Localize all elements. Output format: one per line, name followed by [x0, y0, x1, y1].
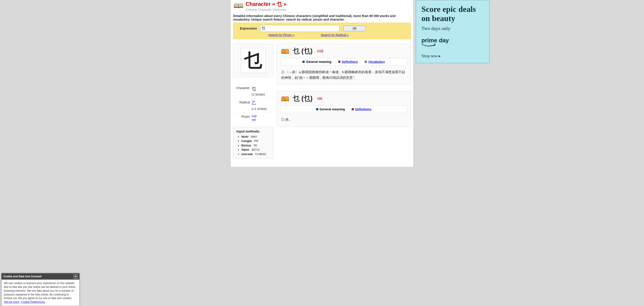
square-icon: [352, 108, 354, 110]
pinyin-link-2[interactable]: niè: [252, 118, 273, 122]
page-subtitle: Chinese Character Dictionary: [246, 8, 286, 12]
character-grid: 乜: [241, 48, 266, 73]
tab-general-2[interactable]: General meaning: [316, 107, 345, 111]
character-card: 乜: [233, 44, 273, 77]
search-label: Expression: [240, 27, 260, 30]
ad-brand: prime day: [422, 37, 484, 44]
tab-definitions-1[interactable]: Definitions: [338, 60, 358, 64]
input-method-item: Cangjie PN: [241, 139, 270, 143]
search-by-radical-link[interactable]: Search by Radical »: [321, 33, 349, 37]
ok-button[interactable]: Ok: [343, 26, 366, 31]
search-by-pinyin-link[interactable]: Search by Pinyin »: [268, 33, 294, 37]
book-icon: [280, 47, 290, 55]
info-label-character: Character: [233, 86, 252, 96]
right-column: 乜 (乜) miē General meaning Definitions Vo…: [276, 44, 411, 159]
square-icon: [302, 61, 305, 63]
search-input[interactable]: [260, 25, 339, 32]
entry-pinyin-1: miē: [317, 49, 324, 54]
entry-card-1: 乜 (乜) miē General meaning Definitions Vo…: [276, 44, 411, 84]
page-title: Character « 乜 »: [246, 1, 286, 8]
tab-bar-1: General meaning Definitions Vocabulary: [280, 58, 407, 66]
input-method-item: Wubi NNV: [241, 135, 270, 139]
entry-pinyin-2: niè: [317, 96, 322, 101]
book-icon: [280, 94, 290, 103]
ad-cta: Shop now ▸: [422, 54, 484, 59]
ad-sub: Two days only: [422, 26, 484, 31]
intro-text: Detailed information about every Chinese…: [233, 14, 411, 21]
square-icon: [316, 108, 318, 110]
search-box: Expression Ok Search by Pinyin » Search …: [233, 23, 411, 39]
entry-title-2: 乜 (乜): [293, 94, 312, 103]
pinyin-link-1[interactable]: miē: [252, 114, 273, 118]
input-methods-card: Input methods Wubi NNVCangjie PNBishun 5…: [233, 127, 273, 159]
swoosh-icon: [422, 44, 437, 47]
info-character-strokes: (2 stroke): [252, 93, 273, 96]
ad-sidebar[interactable]: Score epic deals on beauty Two days only…: [416, 0, 490, 63]
entry-card-2: 乜 (乜) niè General meaning Definitions ◎ …: [276, 91, 411, 127]
tab-vocabulary-1[interactable]: Vocabulary: [364, 60, 385, 64]
entry-title-1: 乜 (乜): [293, 47, 312, 56]
input-methods-title: Input methods: [236, 129, 270, 133]
input-method-item: Unicode U+4E5C: [241, 152, 270, 156]
big-character: 乜: [244, 52, 262, 69]
entry-body-1: ◎ 〔～斜〕a.眼睛因困倦而眯成一条缝。b.眼睛略眯而斜着看，多指不满意或看不起…: [280, 66, 407, 81]
info-label-radical: Radical: [233, 100, 252, 111]
input-method-item: Bishun 55: [241, 143, 270, 148]
info-character-value: 乜: [252, 86, 273, 92]
square-icon: [338, 61, 340, 63]
radical-link[interactable]: 乙: [252, 101, 256, 105]
book-icon: [233, 1, 244, 10]
input-method-item: Sijiao 40712: [241, 148, 270, 152]
info-radical-strokes: (+1 stroke): [252, 107, 273, 111]
character-info-table: Character 乜 (2 stroke) Radical 乙 (+1 str…: [233, 84, 273, 123]
ad-headline: Score epic deals on beauty: [422, 5, 484, 23]
info-label-pinyin: Pinyin: [233, 114, 252, 122]
tab-general-1[interactable]: General meaning: [302, 60, 332, 64]
tab-bar-2: General meaning Definitions: [280, 105, 407, 113]
main-content: Character « 乜 » Chinese Character Dictio…: [231, 0, 413, 167]
page-header: Character « 乜 » Chinese Character Dictio…: [233, 0, 411, 12]
tab-definitions-2[interactable]: Definitions: [352, 107, 371, 111]
left-column: 乜 Character 乜 (2 stroke) Radical 乙 (+1 s…: [233, 44, 273, 159]
entry-body-2: ◎ 姓。: [280, 113, 407, 122]
square-icon: [364, 61, 367, 63]
